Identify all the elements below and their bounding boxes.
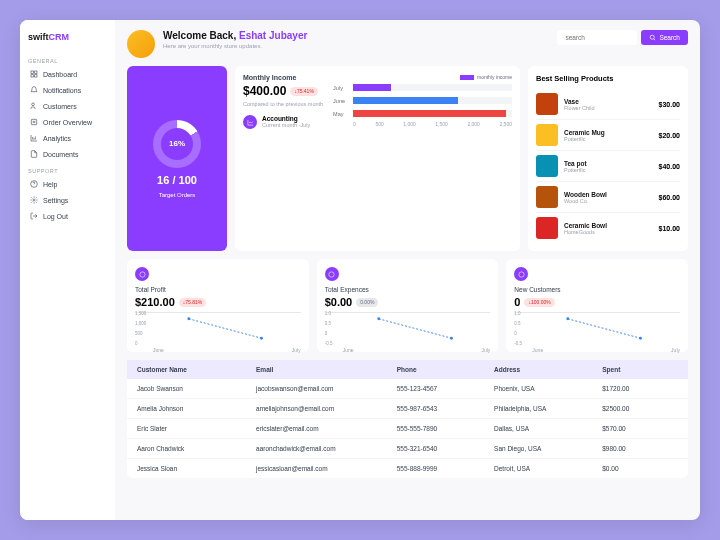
product-row[interactable]: Ceramic MugPotterific$20.00	[536, 120, 680, 151]
accounting-title: Accounting	[262, 115, 310, 122]
table-row[interactable]: Jessica Sloanjessicasloan@email.com555-8…	[127, 459, 688, 478]
stat-icon	[325, 267, 339, 281]
table-header: Customer NameEmailPhoneAddressSpent	[127, 360, 688, 379]
sidebar-item-label: Notifications	[43, 87, 81, 94]
table-row[interactable]: Eric Slaterericslater@email.com555-555-7…	[127, 419, 688, 439]
table-cell: Eric Slater	[137, 425, 256, 432]
sidebar-item-label: Order Overview	[43, 119, 92, 126]
sidebar-item-help[interactable]: Help	[28, 176, 107, 192]
table-header-cell[interactable]: Phone	[397, 366, 494, 373]
table-header-cell[interactable]: Customer Name	[137, 366, 256, 373]
stat-change-badge: 0.00%	[356, 298, 378, 307]
customers-table: Customer NameEmailPhoneAddressSpent Jaco…	[127, 360, 688, 478]
stat-icon	[514, 267, 528, 281]
target-orders-card: 16% 16 / 100 Target Orders	[127, 66, 227, 251]
sidebar-item-notifications[interactable]: Notifications	[28, 82, 107, 98]
sidebar-item-analytics[interactable]: Analytics	[28, 130, 107, 146]
table-cell: ericslater@email.com	[256, 425, 397, 432]
accounting-block[interactable]: AccountingCurrent month -July	[243, 115, 323, 129]
search-input[interactable]	[557, 30, 637, 45]
sparkline: 1,5001,0005000JuneJuly	[135, 312, 301, 344]
product-sub: Potterific	[564, 167, 653, 173]
sidebar-section-label: SUPPORT	[28, 168, 107, 174]
search-button[interactable]: Search	[641, 30, 688, 45]
product-row[interactable]: Tea potPotterific$40.00	[536, 151, 680, 182]
svg-point-8	[651, 35, 655, 39]
product-name: Vase	[564, 98, 653, 105]
bell-icon	[30, 86, 38, 94]
table-cell: 555-321-6540	[397, 445, 494, 452]
table-cell: $980.00	[602, 445, 678, 452]
sidebar-item-order-overview[interactable]: Order Overview	[28, 114, 107, 130]
table-row[interactable]: Jacob Swansonjacobswanson@email.com555-1…	[127, 379, 688, 399]
sidebar-item-customers[interactable]: Customers	[28, 98, 107, 114]
product-image	[536, 93, 558, 115]
sparkline: 1.00.50-0.5JuneJuly	[514, 312, 680, 344]
product-row[interactable]: Ceramic BowlHomeGoods$10.00	[536, 213, 680, 243]
table-cell: San Diego, USA	[494, 445, 602, 452]
product-name: Tea pot	[564, 160, 653, 167]
bar-label: July	[333, 85, 349, 91]
product-price: $60.00	[659, 194, 680, 201]
sidebar-item-documents[interactable]: Documents	[28, 146, 107, 162]
table-row[interactable]: Amelia Johnsonameliajohnson@email.com555…	[127, 399, 688, 419]
svg-rect-0	[31, 71, 33, 73]
sidebar-item-label: Dashboard	[43, 71, 77, 78]
table-cell: $1720.00	[602, 385, 678, 392]
table-header-cell[interactable]: Address	[494, 366, 602, 373]
svg-point-19	[567, 317, 570, 320]
sidebar-item-settings[interactable]: Settings	[28, 192, 107, 208]
orders-percent: 16%	[161, 128, 193, 160]
avatar[interactable]	[127, 30, 155, 58]
product-name: Ceramic Bowl	[564, 222, 653, 229]
svg-point-20	[639, 337, 642, 340]
svg-point-9	[139, 271, 144, 276]
product-image	[536, 217, 558, 239]
product-price: $30.00	[659, 101, 680, 108]
table-cell: Jacob Swanson	[137, 385, 256, 392]
svg-rect-1	[35, 71, 37, 73]
sidebar-item-label: Log Out	[43, 213, 68, 220]
greeting: Welcome Back, Eshat Jubayer Here are you…	[163, 30, 307, 49]
orders-donut: 16%	[153, 120, 201, 168]
table-cell: 555-555-7890	[397, 425, 494, 432]
svg-line-14	[378, 319, 451, 338]
users-icon	[30, 102, 38, 110]
table-cell: 555-888-9999	[397, 465, 494, 472]
stat-change-badge: ↓100.00%	[524, 298, 554, 307]
svg-point-7	[33, 199, 35, 201]
table-row[interactable]: Aaron Chadwickaaronchadwick@email.com555…	[127, 439, 688, 459]
svg-rect-3	[35, 75, 37, 77]
svg-rect-2	[31, 75, 33, 77]
table-cell: jessicasloan@email.com	[256, 465, 397, 472]
sidebar-section-label: GENERAL	[28, 58, 107, 64]
best-selling-title: Best Selling Products	[536, 74, 680, 83]
sidebar-item-label: Documents	[43, 151, 78, 158]
app-frame: swiftCRM GENERALDashboardNotificationsCu…	[20, 20, 700, 520]
table-header-cell[interactable]: Spent	[602, 366, 678, 373]
sidebar-item-log-out[interactable]: Log Out	[28, 208, 107, 224]
svg-point-11	[187, 317, 190, 320]
file-icon	[30, 150, 38, 158]
table-cell: jacobswanson@email.com	[256, 385, 397, 392]
product-image	[536, 155, 558, 177]
product-row[interactable]: Wooden BowlWood Co.$60.00	[536, 182, 680, 213]
monthly-income-card: Monthly Income $400.00↓75.41% Compared t…	[235, 66, 520, 251]
stat-change-badge: ↓75.81%	[179, 298, 206, 307]
table-cell: aaronchadwick@email.com	[256, 445, 397, 452]
sidebar-item-dashboard[interactable]: Dashboard	[28, 66, 107, 82]
stat-title: Total Expences	[325, 286, 491, 293]
sidebar-item-label: Analytics	[43, 135, 71, 142]
table-cell: 555-987-6543	[397, 405, 494, 412]
welcome-subtitle: Here are your monthly store updates.	[163, 43, 307, 49]
main-content: Welcome Back, Eshat Jubayer Here are you…	[115, 20, 700, 520]
product-row[interactable]: VaseFlower Child$30.00	[536, 89, 680, 120]
product-sub: Flower Child	[564, 105, 653, 111]
bar-row: May	[333, 110, 512, 117]
product-image	[536, 186, 558, 208]
table-header-cell[interactable]: Email	[256, 366, 397, 373]
accounting-sub: Current month -July	[262, 122, 310, 128]
table-cell: Phoenix, USA	[494, 385, 602, 392]
stat-title: Total Profit	[135, 286, 301, 293]
bar-row: June	[333, 97, 512, 104]
